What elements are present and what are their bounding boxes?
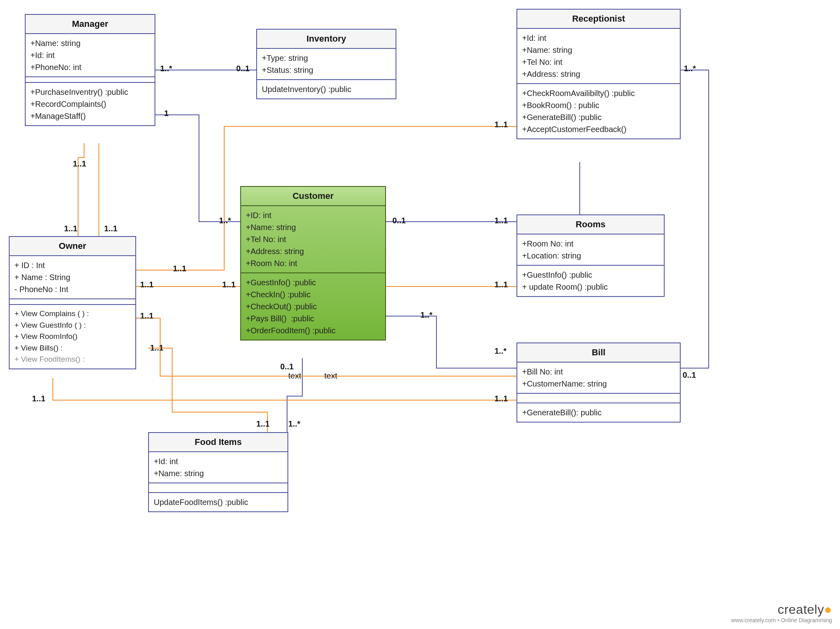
mult: 0..1 (683, 371, 696, 380)
mult: 0..1 (280, 362, 293, 371)
mult: 1..1 (150, 343, 163, 353)
mult: 1..1 (73, 159, 86, 168)
class-title: Rooms (517, 215, 664, 234)
mult: 1..1 (222, 280, 235, 289)
class-title: Owner (10, 237, 135, 256)
attributes: +Id: int +Name: string +Tel No: int +Add… (517, 29, 680, 84)
mult: 1..* (494, 347, 506, 356)
creately-logo: creately● www.creately.com • Online Diag… (731, 602, 832, 623)
connector-label: text (288, 371, 301, 381)
class-title: Inventory (257, 30, 396, 49)
mult: 1..* (219, 216, 231, 225)
attributes: +Name: string +Id: int +PhoneNo: int (26, 34, 155, 77)
attributes: +Id: int +Name: string (149, 452, 287, 483)
mult: 1..* (160, 64, 172, 73)
class-customer: Customer +ID: int +Name: string +Tel No:… (240, 186, 386, 341)
mult: 1..1 (256, 419, 269, 429)
bulb-icon: ● (824, 602, 832, 617)
attributes: + ID : Int + Name : String - PhoneNo : I… (10, 256, 135, 299)
mult: 1..1 (494, 120, 508, 129)
mult: 1..1 (173, 264, 186, 273)
mult: 1..* (288, 419, 300, 429)
mult: 1..1 (494, 280, 508, 289)
operations: UpdateInventory() :public (257, 80, 396, 98)
attributes: +ID: int +Name: string +Tel No: int +Add… (241, 206, 385, 273)
class-title: Customer (241, 187, 385, 206)
attributes: +Room No: int +Location: string (517, 234, 664, 266)
mult: 1..1 (64, 224, 77, 233)
class-receptionist: Receptionist +Id: int +Name: string +Tel… (516, 9, 681, 139)
class-title: Manager (26, 15, 155, 34)
class-title: Bill (517, 343, 680, 363)
spacer (517, 394, 680, 403)
operations: + View Complains ( ) : + View GuestInfo … (10, 305, 135, 369)
spacer (26, 77, 155, 83)
attributes: +Type: string +Status: string (257, 49, 396, 80)
mult: 0..1 (392, 216, 406, 225)
mult: 1 (164, 109, 169, 118)
class-title: Food Items (149, 433, 287, 452)
mult: 1..1 (32, 394, 45, 403)
mult: 0..1 (236, 64, 249, 73)
mult: 1..1 (494, 216, 508, 225)
operations: +PurchaseInventry() :public +RecordCompl… (26, 83, 155, 125)
logo-brand: creately● (731, 602, 832, 617)
operations: +CheckRoomAvailibilty() :public +BookRoo… (517, 84, 680, 138)
class-inventory: Inventory +Type: string +Status: string … (256, 29, 396, 99)
operations: UpdateFoodItems() :public (149, 493, 287, 511)
operations: +GuestInfo() :public +CheckIn() :public … (241, 273, 385, 340)
operations: +GenerateBill(): public (517, 403, 680, 422)
class-owner: Owner + ID : Int + Name : String - Phone… (9, 236, 136, 369)
mult: 1..* (420, 310, 432, 320)
class-bill: Bill +Bill No: int +CustomerName: string… (516, 343, 681, 423)
mult: 1..1 (104, 224, 117, 233)
mult: 1..1 (494, 394, 508, 403)
connector-label: text (324, 371, 337, 381)
mult: 1..1 (140, 280, 153, 289)
attributes: +Bill No: int +CustomerName: string (517, 363, 680, 394)
mult: 1..* (684, 64, 696, 73)
mult: 1..1 (140, 311, 153, 321)
operations: +GuestInfo() :public + update Room() :pu… (517, 266, 664, 296)
class-title: Receptionist (517, 10, 680, 29)
logo-subtitle: www.creately.com • Online Diagramming (731, 617, 832, 623)
class-rooms: Rooms +Room No: int +Location: string +G… (516, 214, 665, 297)
class-fooditems: Food Items +Id: int +Name: string Update… (148, 432, 288, 512)
class-manager: Manager +Name: string +Id: int +PhoneNo:… (25, 14, 155, 126)
spacer (149, 483, 287, 493)
spacer (10, 299, 135, 305)
